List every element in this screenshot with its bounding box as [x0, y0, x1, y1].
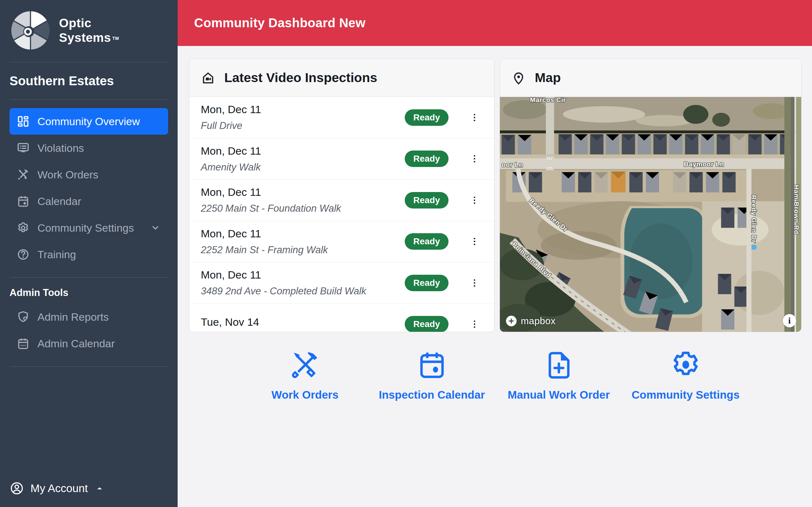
status-badge: Ready — [405, 316, 449, 332]
quick-action-label: Community Settings — [631, 389, 740, 401]
sidebar-spacer — [0, 367, 177, 481]
main-area: Community Dashboard New Latest Video Ins… — [177, 0, 812, 507]
aperture-logo-icon — [9, 9, 51, 51]
row-menu-button[interactable] — [466, 229, 484, 253]
quick-action-inspection-calendar[interactable]: Inspection Calendar — [368, 349, 496, 401]
row-menu-button[interactable] — [466, 147, 484, 171]
row-menu-button[interactable] — [466, 312, 484, 332]
quick-action-community-settings[interactable]: Community Settings — [622, 349, 749, 401]
inspection-row[interactable]: Tue, Nov 14 Ready — [189, 304, 494, 332]
quick-actions: Work Orders Inspection Calendar — [189, 349, 802, 401]
quick-action-label: Work Orders — [271, 389, 339, 401]
sidebar-item-label: Community Settings — [38, 222, 134, 234]
admin-tools-heading: Admin Tools — [9, 278, 168, 303]
status-badge: Ready — [405, 275, 449, 291]
inspection-date: Mon, Dec 11 — [201, 186, 405, 199]
satellite-map: Marcos Cir oor Ln Baymoor Ln Reedy Glen … — [500, 97, 801, 332]
user-circle-icon — [9, 481, 24, 496]
dashboard-content: Latest Video Inspections Mon, Dec 11 Ful… — [177, 46, 812, 401]
inspection-row[interactable]: Mon, Dec 11 Full Drive Ready — [189, 97, 494, 138]
map-pin-icon — [511, 71, 526, 85]
sidebar: Optic SystemsTM Southern Estates Communi… — [0, 0, 177, 507]
inspection-row-texts: Mon, Dec 11 2252 Main St - Framing Walk — [201, 228, 405, 256]
latest-video-inspections-card: Latest Video Inspections Mon, Dec 11 Ful… — [189, 59, 495, 332]
inspection-subtitle: Full Drive — [201, 120, 405, 131]
gear-icon — [16, 221, 30, 234]
file-plus-icon — [543, 349, 575, 381]
sidebar-item-violations[interactable]: Violations — [9, 135, 168, 161]
inspection-date: Mon, Dec 11 — [201, 228, 405, 240]
inspection-row[interactable]: Mon, Dec 11 2252 Main St - Framing Walk … — [189, 221, 494, 263]
row-menu-button[interactable] — [466, 188, 484, 212]
page-title: Community Dashboard New — [194, 16, 365, 30]
sidebar-item-label: Violations — [38, 142, 84, 154]
status-badge: Ready — [405, 233, 449, 250]
street-label-ham-brown-rd: Ham Brown Rd — [793, 185, 800, 234]
street-label-baymoor-partial: oor Ln — [502, 161, 523, 168]
kebab-menu-icon — [469, 109, 480, 126]
kebab-menu-icon — [469, 233, 480, 250]
quick-action-work-orders[interactable]: Work Orders — [242, 349, 368, 401]
map-card-header: Map — [500, 59, 801, 97]
map-card-title: Map — [535, 70, 561, 85]
calendar-icon — [16, 194, 30, 208]
sidebar-item-community-overview[interactable]: Community Overview — [9, 108, 168, 135]
inspection-subtitle: 3489 2nd Ave - Completed Build Walk — [201, 285, 405, 297]
sidebar-nav: Community Overview Violations — [0, 100, 177, 268]
info-icon: i — [788, 316, 791, 326]
sidebar-item-training[interactable]: Training — [9, 241, 168, 268]
caret-up-icon — [95, 484, 104, 493]
row-menu-button[interactable] — [466, 106, 484, 130]
kebab-menu-icon — [469, 315, 480, 332]
inspection-row-texts: Mon, Dec 11 3489 2nd Ave - Completed Bui… — [201, 269, 405, 297]
inspections-list: Mon, Dec 11 Full Drive Ready Mon, Dec 11… — [189, 97, 494, 332]
kebab-menu-icon — [469, 150, 480, 168]
inspection-row[interactable]: Mon, Dec 11 3489 2nd Ave - Completed Bui… — [189, 262, 494, 304]
sidebar-item-admin-calendar[interactable]: Admin Calendar — [9, 330, 168, 357]
quick-action-label: Inspection Calendar — [379, 389, 485, 401]
my-account-label: My Account — [31, 482, 88, 495]
mapbox-wordmark: mapbox — [521, 316, 556, 326]
sidebar-item-label: Training — [38, 248, 76, 261]
my-account-menu[interactable]: My Account — [0, 481, 177, 507]
map-canvas[interactable]: Marcos Cir oor Ln Baymoor Ln Reedy Glen … — [500, 97, 801, 332]
sidebar-item-label: Calendar — [38, 195, 81, 208]
trademark-symbol: TM — [112, 36, 119, 41]
sidebar-item-calendar[interactable]: Calendar — [9, 188, 168, 215]
inspection-row-texts: Mon, Dec 11 Full Drive — [201, 103, 405, 131]
inspection-date: Mon, Dec 11 — [201, 145, 405, 157]
crossed-tools-icon — [289, 349, 321, 381]
inspection-date: Tue, Nov 14 — [201, 316, 405, 328]
quick-action-manual-work-order[interactable]: Manual Work Order — [496, 349, 622, 401]
shield-user-icon — [16, 310, 30, 324]
inspection-subtitle: Amenity Walk — [201, 162, 405, 173]
kebab-menu-icon — [469, 274, 480, 292]
sidebar-item-admin-reports[interactable]: Admin Reports — [9, 303, 168, 330]
inspections-card-header: Latest Video Inspections — [189, 59, 494, 97]
calendar-dots-icon — [16, 337, 30, 350]
inspection-date: Mon, Dec 11 — [201, 103, 405, 116]
sidebar-item-label: Admin Calendar — [38, 337, 115, 350]
street-label-baymoor-ln: Baymoor Ln — [684, 160, 724, 168]
community-name: Southern Estates — [0, 62, 177, 100]
row-menu-button[interactable] — [466, 271, 484, 295]
page-header: Community Dashboard New — [177, 0, 812, 46]
mapbox-logo-icon — [505, 315, 518, 327]
status-badge: Ready — [405, 109, 449, 126]
inspection-subtitle: 2252 Main St - Framing Walk — [201, 244, 405, 256]
mapbox-attribution[interactable]: mapbox — [505, 315, 556, 327]
status-badge: Ready — [405, 192, 449, 209]
inspection-row[interactable]: Mon, Dec 11 Amenity Walk Ready — [189, 138, 494, 180]
app-name: Optic SystemsTM — [59, 16, 119, 45]
quick-action-label: Manual Work Order — [507, 389, 610, 401]
status-badge: Ready — [405, 151, 449, 167]
map-info-button[interactable]: i — [783, 314, 796, 327]
dashboard-grid-icon — [16, 115, 30, 128]
chevron-down-icon — [150, 222, 161, 233]
violations-board-icon — [16, 141, 30, 155]
inspection-subtitle: 2250 Main St - Foundation Walk — [201, 203, 405, 214]
inspection-row[interactable]: Mon, Dec 11 2250 Main St - Foundation Wa… — [189, 180, 494, 221]
sidebar-item-community-settings[interactable]: Community Settings — [9, 215, 168, 241]
sidebar-item-work-orders[interactable]: Work Orders — [9, 161, 168, 188]
street-label-reedy-glen-dr-vertical: Reedy Glen Dr — [751, 195, 758, 243]
